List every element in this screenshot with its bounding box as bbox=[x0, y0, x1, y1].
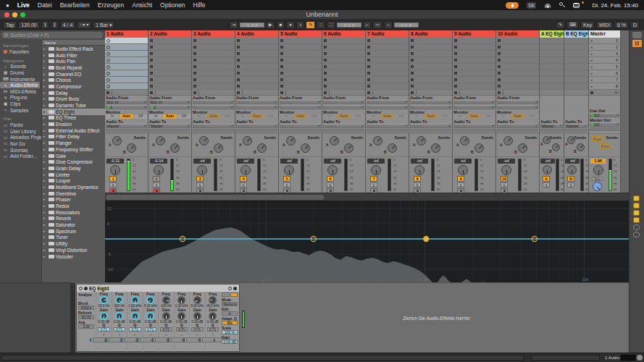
sidebar-item-aktuelles-proje[interactable]: ▭Aktuelles Proje bbox=[0, 135, 41, 141]
clip-slot[interactable] bbox=[366, 38, 409, 44]
midi-map-button[interactable]: MIDI bbox=[596, 21, 613, 29]
monitor-in-button[interactable]: In bbox=[236, 114, 249, 119]
browser-item[interactable]: ▸Chorus bbox=[42, 77, 105, 83]
disclosure-triangle-icon[interactable]: ▸ bbox=[43, 185, 47, 189]
menu-bearbeiten[interactable]: Bearbeiten bbox=[60, 1, 90, 9]
clip-slot[interactable] bbox=[192, 77, 235, 83]
eq-q-value[interactable]: 0.71 bbox=[145, 327, 157, 332]
disclosure-triangle-icon[interactable]: ▸ bbox=[43, 154, 47, 158]
browser-item[interactable]: ▸Delay bbox=[42, 90, 105, 96]
scene-launch-icon[interactable]: ▸ bbox=[591, 65, 593, 69]
clip-slot[interactable] bbox=[192, 38, 235, 44]
scene-launch-icon[interactable]: ▸ bbox=[591, 85, 593, 88]
solo-button[interactable]: S bbox=[543, 182, 550, 188]
track-delay-field[interactable] bbox=[410, 129, 451, 132]
clip-slot[interactable] bbox=[105, 51, 148, 57]
hot-swap-icon[interactable] bbox=[228, 287, 232, 290]
menu-ansicht[interactable]: Ansicht bbox=[132, 1, 152, 9]
eq-freq-knob[interactable] bbox=[131, 296, 139, 304]
send-a-knob[interactable] bbox=[112, 136, 122, 146]
show-io-toggle[interactable] bbox=[633, 195, 640, 201]
browser-item[interactable]: ▸External Audio Effect bbox=[42, 127, 105, 134]
monitor-auto-button[interactable]: Auto bbox=[380, 114, 393, 119]
tap-tempo-button[interactable]: Tap bbox=[3, 21, 17, 29]
monitor-switch[interactable]: InAutoOff bbox=[106, 114, 147, 119]
browser-item[interactable]: ▸Gate bbox=[42, 153, 105, 159]
pan-knob[interactable] bbox=[414, 165, 425, 175]
clip-slot[interactable] bbox=[192, 57, 235, 64]
disclosure-triangle-icon[interactable]: ▸ bbox=[43, 223, 47, 227]
clip-slot[interactable] bbox=[322, 51, 365, 57]
track-header[interactable]: 9 Audio bbox=[453, 30, 495, 38]
master-track-header[interactable]: Master bbox=[589, 30, 620, 38]
clip-slot[interactable] bbox=[409, 38, 452, 44]
clip-slot[interactable] bbox=[453, 51, 495, 57]
clip-stop-row[interactable] bbox=[149, 90, 191, 96]
disclosure-triangle-icon[interactable]: ▸ bbox=[43, 66, 47, 70]
scene-launch-icon[interactable]: ▸ bbox=[591, 52, 593, 56]
eq-gain-knob[interactable] bbox=[209, 312, 217, 320]
monitor-in-button[interactable]: In bbox=[149, 114, 162, 119]
clip-slot[interactable] bbox=[409, 83, 452, 90]
input-channel-menu[interactable]: 9▾ bbox=[453, 105, 495, 109]
output-menu[interactable]: Master▾ bbox=[540, 124, 563, 128]
track-activator-button[interactable]: 7 bbox=[370, 176, 377, 182]
track-delay-field[interactable] bbox=[497, 129, 538, 132]
clip-slot[interactable] bbox=[235, 64, 278, 70]
clip-slot[interactable] bbox=[235, 70, 278, 77]
input-type-menu[interactable]: Ext. In▾ bbox=[323, 100, 364, 104]
volume-field[interactable]: -inf bbox=[498, 159, 515, 164]
monitor-in-button[interactable]: In bbox=[453, 114, 467, 119]
clip-slot[interactable] bbox=[322, 83, 365, 90]
play-button[interactable]: ▶ bbox=[266, 21, 275, 29]
clip-slot[interactable] bbox=[149, 64, 191, 70]
clip-stop-row[interactable] bbox=[496, 90, 539, 96]
clip-slot[interactable] bbox=[149, 57, 191, 64]
show-returns-toggle[interactable] bbox=[633, 210, 640, 216]
solo-button[interactable]: S bbox=[196, 182, 204, 188]
eq-freq-knob[interactable] bbox=[115, 296, 123, 304]
send-b-knob[interactable] bbox=[301, 143, 310, 153]
stop-button[interactable]: ■ bbox=[277, 21, 285, 29]
disclosure-triangle-icon[interactable]: ▸ bbox=[43, 173, 47, 177]
pan-knob[interactable] bbox=[371, 165, 381, 175]
clip-slot[interactable] bbox=[496, 57, 539, 64]
browser-search-input[interactable]: Suchen (Cmd + F) bbox=[1, 32, 103, 38]
clip-slot[interactable] bbox=[192, 83, 235, 90]
clip-slot[interactable] bbox=[149, 83, 191, 90]
browser-item[interactable]: ▸Erosion bbox=[42, 121, 105, 127]
input-type-menu[interactable]: Ext. In▾ bbox=[280, 100, 321, 104]
monitor-off-button[interactable]: Off bbox=[221, 114, 234, 119]
clip-slot[interactable] bbox=[453, 64, 495, 70]
clip-slot[interactable] bbox=[453, 44, 495, 51]
monitor-in-button[interactable]: In bbox=[193, 114, 206, 119]
return-activator-button[interactable]: A bbox=[543, 176, 550, 182]
disclosure-triangle-icon[interactable]: ▸ bbox=[43, 47, 47, 51]
clip-stop-row[interactable] bbox=[192, 90, 235, 96]
send-b-knob[interactable] bbox=[257, 143, 267, 153]
eq-gain-knob[interactable] bbox=[177, 312, 185, 320]
clip-slot[interactable] bbox=[322, 38, 365, 44]
monitor-auto-button[interactable]: Auto bbox=[293, 114, 306, 119]
clip-slot[interactable] bbox=[322, 57, 365, 64]
input-channel-menu[interactable]: 5▾ bbox=[280, 105, 321, 109]
monitor-off-button[interactable]: Off bbox=[395, 114, 408, 119]
pan-knob[interactable] bbox=[327, 165, 338, 175]
clip-slot[interactable] bbox=[279, 51, 322, 57]
solo-button[interactable]: S bbox=[327, 182, 334, 188]
scene-launch-icon[interactable]: ▸ bbox=[591, 39, 593, 43]
clip-slot[interactable] bbox=[453, 57, 495, 64]
arrangement-position-field[interactable]: 1. 3. 4 bbox=[240, 22, 264, 28]
session-record-button[interactable]: ∷ bbox=[327, 21, 335, 29]
clip-stop-row[interactable] bbox=[409, 90, 452, 96]
clip-stop-row[interactable] bbox=[235, 90, 278, 96]
eq-gain-knob[interactable] bbox=[193, 312, 201, 320]
send-b-knob[interactable] bbox=[431, 143, 440, 153]
clip-slot[interactable] bbox=[366, 44, 409, 51]
spotlight-search-icon[interactable] bbox=[559, 2, 565, 8]
key-map-button[interactable]: Key bbox=[580, 21, 595, 29]
output-menu[interactable]: Master▾ bbox=[106, 124, 147, 128]
clip-slot[interactable] bbox=[409, 64, 452, 70]
nudge-up-button[interactable]: ∥ bbox=[51, 21, 59, 29]
monitor-in-button[interactable]: In bbox=[323, 114, 336, 119]
